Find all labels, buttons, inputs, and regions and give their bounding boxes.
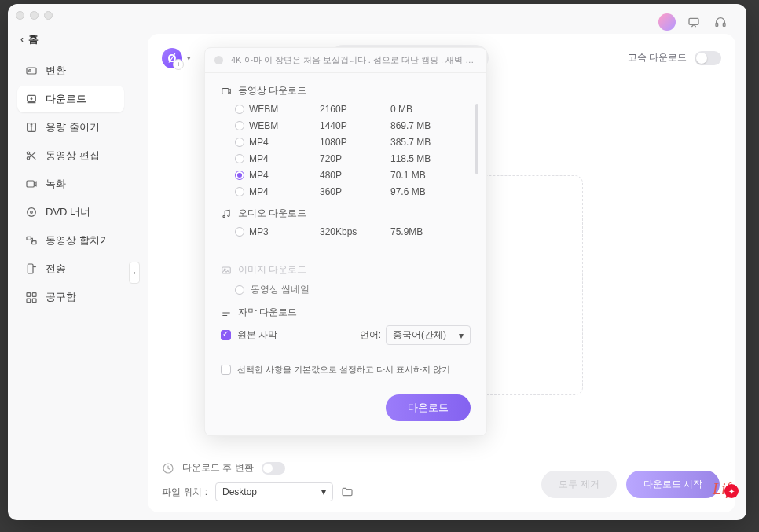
sidebar-item-label: 동영상 편집 — [46, 149, 100, 163]
chat-icon[interactable] — [685, 13, 702, 31]
sidebar-home[interactable]: ‹ 홈 — [17, 26, 124, 57]
format-size: 385.7 MB — [390, 137, 471, 148]
format-resolution: 480P — [320, 170, 390, 181]
scissors-icon — [25, 149, 38, 162]
svg-point-4 — [29, 70, 31, 72]
svg-rect-12 — [27, 237, 31, 240]
format-size: 97.6 MB — [390, 186, 471, 197]
open-folder-button[interactable] — [341, 486, 354, 498]
language-select[interactable]: 중국어(간체) ▾ — [386, 325, 471, 345]
format-row[interactable]: MP4480P70.1 MB — [235, 170, 471, 181]
start-all-button[interactable]: 다운로드 시작 — [626, 471, 720, 498]
titlebar — [8, 4, 746, 26]
svg-rect-2 — [723, 23, 725, 26]
download-options-modal: 4K 아마 이 장면은 처음 보실겁니다 . 섬으로 떠난 캠핑 . 새벽 4시… — [204, 47, 487, 436]
sidebar-item-label: 전송 — [46, 262, 66, 276]
format-name: MP4 — [249, 153, 320, 164]
format-size: 0 MB — [390, 104, 471, 115]
modal-titlebar: 4K 아마 이 장면은 처음 보실겁니다 . 섬으로 떠난 캠핑 . 새벽 4시… — [205, 48, 486, 73]
modal-footer: 다운로드 — [221, 379, 471, 421]
format-radio[interactable] — [235, 154, 244, 163]
format-radio[interactable] — [235, 227, 244, 237]
format-row[interactable]: WEBM2160P0 MB — [235, 104, 471, 115]
svg-point-10 — [28, 208, 36, 217]
window-controls — [16, 11, 53, 20]
format-size: 75.9MB — [390, 226, 471, 237]
sidebar-item-edit[interactable]: 동영상 편집 — [17, 142, 124, 169]
format-row[interactable]: MP3320Kbps75.9MB — [235, 226, 471, 237]
sidebar-item-dvd[interactable]: DVD 버너 — [17, 199, 124, 226]
original-subtitle-checkbox[interactable] — [221, 330, 231, 340]
format-row[interactable]: MP4360P97.6 MB — [235, 186, 471, 197]
format-radio[interactable] — [235, 138, 244, 147]
remove-all-button[interactable]: 모두 제거 — [541, 471, 616, 498]
svg-point-21 — [223, 215, 225, 217]
sidebar-item-label: 용량 줄이기 — [46, 120, 100, 134]
sidebar-item-compress[interactable]: 용량 줄이기 — [17, 114, 124, 141]
scrollbar[interactable] — [475, 104, 478, 174]
merge-icon — [25, 234, 38, 247]
format-resolution: 1440P — [320, 120, 390, 131]
sidebar-item-label: 동영상 합치기 — [46, 233, 110, 248]
close-window-icon[interactable] — [16, 11, 24, 20]
chevron-down-icon[interactable]: ▾ — [187, 54, 191, 62]
format-radio[interactable] — [235, 105, 244, 114]
audio-format-list: MP3320Kbps75.9MB — [221, 226, 471, 237]
minimize-window-icon[interactable] — [30, 11, 38, 20]
download-button[interactable]: 다운로드 — [386, 394, 471, 421]
svg-point-8 — [27, 157, 29, 160]
music-icon — [221, 208, 232, 219]
headset-icon[interactable] — [712, 13, 729, 31]
sidebar-item-toolbox[interactable]: 공구함 — [17, 284, 124, 310]
convert-after-toggle[interactable] — [262, 462, 285, 475]
convert-after-label: 다운로드 후 변환 — [182, 461, 254, 475]
set-default-checkbox[interactable] — [221, 365, 231, 375]
thumbnail-option[interactable]: 동영상 썸네일 — [221, 283, 471, 296]
original-subtitle-label: 원본 자막 — [237, 328, 277, 342]
modal-close-button[interactable] — [214, 56, 223, 64]
thumbnail-label: 동영상 썸네일 — [251, 283, 310, 296]
format-row[interactable]: WEBM1440P869.7 MB — [235, 120, 471, 131]
file-location-select[interactable]: Desktop ▾ — [215, 482, 333, 501]
format-row[interactable]: MP4720P118.5 MB — [235, 153, 471, 164]
header-icons — [658, 13, 729, 31]
sidebar: ‹ 홈 변환 다운로드 용량 줄이기 동영상 편집 녹화 — [8, 26, 134, 520]
thumbnail-radio[interactable] — [235, 285, 244, 295]
file-location-label: 파일 위치 : — [162, 486, 207, 499]
format-size: 869.7 MB — [390, 120, 471, 131]
format-radio[interactable] — [235, 121, 244, 130]
sidebar-item-transfer[interactable]: 전송 — [17, 255, 124, 282]
sidebar-item-download[interactable]: 다운로드 — [17, 86, 124, 112]
sidebar-collapse-button[interactable]: ‹ — [129, 262, 140, 284]
avatar-icon[interactable] — [658, 13, 676, 31]
fast-download-label: 고속 다운로드 — [628, 51, 687, 64]
language-value: 중국어(간체) — [393, 328, 446, 342]
maximize-window-icon[interactable] — [44, 11, 53, 20]
notification-badge: ✦ — [724, 484, 739, 498]
format-radio[interactable] — [235, 171, 244, 180]
format-row[interactable]: MP41080P385.7 MB — [235, 137, 471, 148]
format-name: MP4 — [249, 170, 320, 181]
sidebar-item-merge[interactable]: 동영상 합치기 — [17, 227, 124, 254]
format-name: MP4 — [249, 186, 320, 197]
format-radio[interactable] — [235, 187, 244, 196]
audio-section-label: 오디오 다운로드 — [238, 207, 306, 220]
convert-icon — [25, 64, 38, 77]
language-row: 언어: 중국어(간체) ▾ — [360, 325, 471, 345]
svg-rect-20 — [222, 88, 229, 94]
format-resolution: 720P — [320, 153, 390, 164]
sidebar-item-convert[interactable]: 변환 — [17, 57, 124, 84]
topbar-left: Ø ▾ — [162, 48, 191, 68]
sidebar-item-record[interactable]: 녹화 — [17, 171, 124, 197]
format-name: WEBM — [249, 104, 320, 115]
fast-download-toggle[interactable] — [695, 51, 721, 65]
set-default-label: 선택한 사항을 기본값으로 설정하고 다시 표시하지 않기 — [237, 364, 450, 376]
record-icon — [25, 178, 38, 190]
toolbox-icon — [25, 291, 38, 303]
home-label: 홈 — [28, 32, 38, 46]
transfer-icon — [25, 262, 38, 275]
add-task-button[interactable]: Ø — [162, 48, 182, 68]
subtitle-icon — [221, 307, 232, 318]
format-resolution: 320Kbps — [320, 226, 390, 237]
video-icon — [221, 86, 232, 97]
